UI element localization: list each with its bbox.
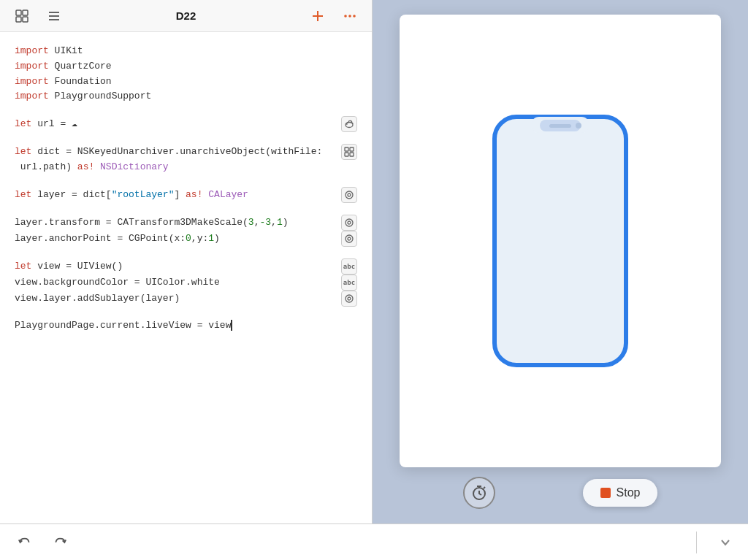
url-side-btn[interactable] bbox=[341, 116, 357, 132]
view2-side-btn[interactable]: abc bbox=[341, 275, 357, 291]
timer-button[interactable] bbox=[463, 477, 495, 509]
line-anchor: layer.anchorPoint = CGPoint(x:0,y:1) bbox=[15, 231, 357, 247]
line-view2: view.backgroundColor = UIColor.white abc bbox=[15, 275, 357, 291]
line-transform: layer.transform = CATransform3DMakeScale… bbox=[15, 215, 357, 231]
main-container: D22 impo bbox=[0, 0, 748, 523]
svg-point-11 bbox=[353, 15, 356, 18]
preview-toolbar: Stop bbox=[373, 477, 748, 509]
editor-title: D22 bbox=[64, 9, 308, 22]
toolbar-left bbox=[12, 6, 64, 26]
svg-rect-14 bbox=[350, 147, 354, 151]
line-import-foundation: import Foundation bbox=[15, 74, 357, 90]
code-panel: D22 impo bbox=[0, 0, 373, 523]
spacer-6 bbox=[15, 307, 357, 318]
svg-rect-25 bbox=[495, 117, 626, 365]
svg-point-20 bbox=[348, 221, 351, 224]
undo-button[interactable] bbox=[15, 532, 35, 553]
bottom-toolbar bbox=[0, 523, 748, 560]
redo-button[interactable] bbox=[50, 532, 70, 553]
add-button[interactable] bbox=[308, 6, 328, 26]
line-liveview: PlaygroundPage.current.liveView = view bbox=[15, 318, 357, 334]
stop-button[interactable]: Stop bbox=[583, 479, 658, 507]
more-button[interactable] bbox=[340, 6, 360, 26]
line-import-quartz: import QuartzCore bbox=[15, 59, 357, 74]
anchor-side-btn[interactable] bbox=[341, 231, 357, 247]
svg-point-18 bbox=[348, 193, 351, 196]
stop-icon bbox=[600, 488, 611, 498]
svg-point-17 bbox=[346, 191, 353, 199]
svg-point-10 bbox=[348, 15, 351, 18]
grid-view-button[interactable] bbox=[12, 6, 32, 26]
svg-rect-29 bbox=[549, 124, 571, 128]
preview-canvas bbox=[400, 15, 721, 467]
spacer-1 bbox=[15, 104, 357, 116]
line-view3: view.layer.addSublayer(layer) bbox=[15, 291, 357, 307]
spacer-4 bbox=[15, 203, 357, 215]
view1-side-btn[interactable]: abc bbox=[341, 258, 357, 275]
spacer-5 bbox=[15, 247, 357, 258]
svg-rect-0 bbox=[16, 10, 21, 15]
svg-point-22 bbox=[348, 237, 351, 240]
svg-point-9 bbox=[344, 15, 347, 18]
svg-rect-16 bbox=[350, 153, 354, 156]
preview-panel: Stop bbox=[373, 0, 748, 523]
code-content: import UIKit import QuartzCore import Fo… bbox=[0, 32, 372, 523]
line-dict2: url.path) as! NSDictionary bbox=[15, 160, 357, 175]
svg-point-24 bbox=[348, 297, 351, 300]
svg-rect-15 bbox=[345, 153, 348, 156]
svg-point-19 bbox=[346, 219, 353, 226]
chevron-down-button[interactable] bbox=[717, 534, 733, 551]
line-layer: let layer = dict["rootLayer"] as! CALaye… bbox=[15, 187, 357, 203]
stop-label: Stop bbox=[617, 486, 641, 499]
line-import-playground: import PlaygroundSupport bbox=[15, 89, 357, 104]
spacer-2 bbox=[15, 132, 357, 144]
view3-side-btn[interactable] bbox=[341, 291, 357, 307]
svg-rect-13 bbox=[345, 147, 348, 151]
line-import-uikit: import UIKit bbox=[15, 44, 357, 59]
svg-point-28 bbox=[576, 123, 581, 129]
code-toolbar: D22 bbox=[0, 0, 372, 32]
toolbar-right bbox=[308, 6, 360, 26]
list-view-button[interactable] bbox=[44, 6, 64, 26]
line-dict1: let dict = NSKeyedUnarchiver.unarchiveOb… bbox=[15, 144, 357, 160]
spacer-3 bbox=[15, 175, 357, 187]
dict-side-btn[interactable] bbox=[341, 144, 357, 160]
svg-rect-2 bbox=[16, 17, 21, 22]
svg-point-21 bbox=[346, 235, 353, 242]
svg-rect-3 bbox=[23, 17, 28, 22]
line-url: let url = ☁️ bbox=[15, 116, 357, 132]
phone-mockup bbox=[487, 110, 633, 372]
svg-point-23 bbox=[346, 295, 353, 302]
line-view1: let view = UIView() abc bbox=[15, 258, 357, 275]
transform-side-btn[interactable] bbox=[341, 215, 357, 231]
toolbar-divider bbox=[696, 532, 697, 553]
layer-side-btn[interactable] bbox=[341, 187, 357, 203]
svg-rect-1 bbox=[23, 10, 28, 15]
